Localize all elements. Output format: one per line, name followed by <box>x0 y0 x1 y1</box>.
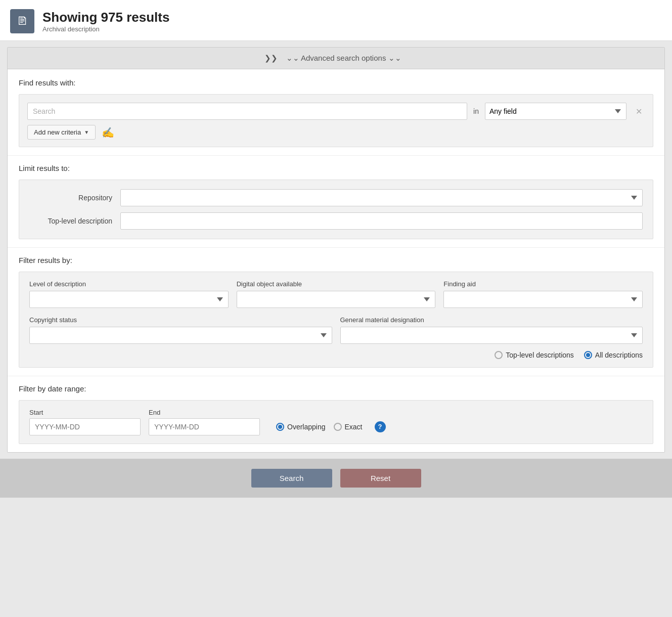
top-level-label: Top-level description <box>29 217 120 225</box>
level-label: Level of description <box>29 280 229 288</box>
add-criteria-chevron: ▼ <box>84 129 89 135</box>
all-descriptions-radio[interactable] <box>584 351 592 359</box>
general-material-item: General material designation <box>340 316 643 344</box>
repository-row: Repository <box>29 189 643 206</box>
repository-select[interactable] <box>120 189 643 206</box>
search-criteria-box: in Any field Title Identifier Creator Su… <box>19 94 653 147</box>
search-criteria-row: in Any field Title Identifier Creator Su… <box>27 103 645 120</box>
header-icon: 🖹 <box>10 9 34 33</box>
find-results-title: Find results with: <box>19 78 653 87</box>
footer: Search Reset <box>0 459 672 498</box>
finding-aid-item: Finding aid <box>443 280 643 308</box>
search-button[interactable]: Search <box>251 469 332 488</box>
exact-label: Exact <box>345 423 363 431</box>
main-content: ❯❯ ⌄⌄ Advanced search options ⌄⌄ Find re… <box>7 47 665 453</box>
description-scope-row: Top-level descriptions All descriptions <box>29 351 643 359</box>
advanced-search-toggle[interactable]: ❯❯ ⌄⌄ Advanced search options ⌄⌄ <box>8 48 664 69</box>
overlapping-radio-item[interactable]: Overlapping <box>276 423 326 431</box>
copyright-select[interactable] <box>29 327 332 344</box>
level-select[interactable] <box>29 291 229 308</box>
advanced-search-label: ⌄⌄ Advanced search options ⌄⌄ <box>286 54 401 62</box>
end-label: End <box>149 409 260 416</box>
add-criteria-label: Add new criteria <box>34 128 81 136</box>
find-results-section: Find results with: in Any field Title Id… <box>8 69 664 155</box>
digital-object-item: Digital object available <box>237 280 436 308</box>
exact-radio-item[interactable]: Exact <box>334 423 363 431</box>
date-type-radios: Overlapping Exact <box>276 423 363 431</box>
finding-aid-select[interactable] <box>443 291 643 308</box>
in-label: in <box>473 107 479 115</box>
exact-radio[interactable] <box>334 423 342 431</box>
start-date-field: Start <box>29 409 141 435</box>
top-level-radio-label: Top-level descriptions <box>506 351 574 359</box>
filter-results-title: Filter results by: <box>19 256 653 265</box>
general-material-select[interactable] <box>340 327 643 344</box>
page-subtitle: Archival description <box>42 25 169 33</box>
filter-grid-top: Level of description Digital object avai… <box>29 280 643 308</box>
add-criteria-button[interactable]: Add new criteria ▼ <box>27 125 96 140</box>
all-descriptions-radio-label: All descriptions <box>595 351 643 359</box>
limit-results-title: Limit results to: <box>19 164 653 172</box>
overlapping-label: Overlapping <box>287 423 326 431</box>
general-material-label: General material designation <box>340 316 643 324</box>
top-level-radio[interactable] <box>495 351 503 359</box>
digital-object-select[interactable] <box>237 291 436 308</box>
toggle-chevron-left: ❯❯ <box>264 54 278 62</box>
end-date-field: End <box>149 409 260 435</box>
all-descriptions-radio-item[interactable]: All descriptions <box>584 351 643 359</box>
repository-label: Repository <box>29 194 120 202</box>
start-date-input[interactable] <box>29 418 141 435</box>
limit-results-section: Limit results to: Repository Top-level d… <box>8 155 664 247</box>
overlapping-radio[interactable] <box>276 423 284 431</box>
filter-results-section: Filter results by: Level of description … <box>8 247 664 376</box>
page-title: Showing 975 results <box>42 10 169 25</box>
cursor-icon: ✍ <box>102 126 114 139</box>
date-row: Start End Overlapping Exact <box>29 409 643 435</box>
level-of-description-item: Level of description <box>29 280 229 308</box>
top-level-input[interactable] <box>120 212 643 230</box>
date-range-section: Filter by date range: Start End Overlapp… <box>8 376 664 452</box>
search-input[interactable] <box>27 103 467 120</box>
limit-results-box: Repository Top-level description <box>19 180 653 239</box>
finding-aid-label: Finding aid <box>443 280 643 288</box>
digital-object-label: Digital object available <box>237 280 436 288</box>
copyright-label: Copyright status <box>29 316 332 324</box>
copyright-item: Copyright status <box>29 316 332 344</box>
end-date-input[interactable] <box>149 418 260 435</box>
header-text: Showing 975 results Archival description <box>42 10 169 33</box>
help-button[interactable]: ? <box>375 421 386 432</box>
start-label: Start <box>29 409 141 416</box>
field-select[interactable]: Any field Title Identifier Creator Subje… <box>485 103 626 120</box>
reset-button[interactable]: Reset <box>340 469 421 488</box>
remove-criteria-button[interactable]: ✕ <box>633 105 645 117</box>
date-range-box: Start End Overlapping Exact <box>19 400 653 444</box>
date-range-title: Filter by date range: <box>19 384 653 393</box>
top-level-row: Top-level description <box>29 212 643 230</box>
filter-grid-bottom: Copyright status General material design… <box>29 316 643 344</box>
filter-results-box: Level of description Digital object avai… <box>19 272 653 368</box>
document-icon: 🖹 <box>17 15 28 28</box>
header: 🖹 Showing 975 results Archival descripti… <box>0 0 672 41</box>
top-level-radio-item[interactable]: Top-level descriptions <box>495 351 574 359</box>
